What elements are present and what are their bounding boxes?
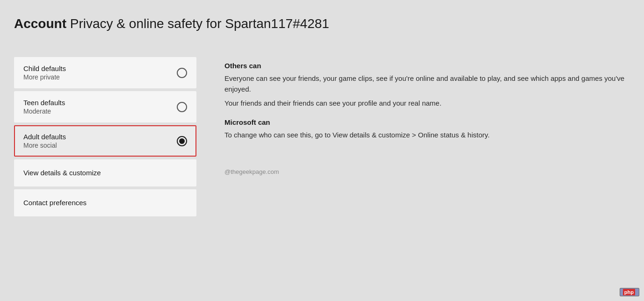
option-adult-subtitle: More social [23,142,66,149]
microsoft-can-heading: Microsoft can [224,118,630,126]
option-child-radio[interactable] [177,68,187,78]
page-title: Account Privacy & online safety for Spar… [14,9,630,38]
php-badge: php [620,288,639,296]
content-area: Child defaults More private Teen default… [14,57,630,216]
view-details-label: View details & customize [23,169,101,177]
option-adult[interactable]: Adult defaults More social [14,125,196,157]
option-teen-text: Teen defaults Moderate [23,99,65,115]
option-child-subtitle: More private [23,73,66,81]
php-label: php [623,289,635,295]
others-can-text1: Everyone can see your friends, your game… [224,73,630,94]
watermark-text: @thegeekpage.com [224,168,630,175]
option-adult-title: Adult defaults [23,133,66,141]
option-adult-text: Adult defaults More social [23,133,66,149]
contact-prefs-item[interactable]: Contact preferences [14,189,196,216]
left-panel: Child defaults More private Teen default… [14,57,196,216]
view-details-item[interactable]: View details & customize [14,159,196,186]
option-teen-radio[interactable] [177,102,187,112]
radio-inner-dot [179,138,185,144]
others-can-text2: Your friends and their friends can see y… [224,98,630,109]
right-panel: Others can Everyone can see your friends… [224,57,630,175]
option-teen-subtitle: Moderate [23,108,65,115]
option-child-title: Child defaults [23,64,66,72]
others-can-heading: Others can [224,62,630,70]
option-child[interactable]: Child defaults More private [14,57,196,88]
option-child-text: Child defaults More private [23,64,66,81]
others-can-section: Others can Everyone can see your friends… [224,62,630,109]
option-teen-title: Teen defaults [23,99,65,107]
contact-prefs-label: Contact preferences [23,199,87,207]
option-teen[interactable]: Teen defaults Moderate [14,91,196,122]
microsoft-can-section: Microsoft can To change who can see this… [224,118,630,141]
microsoft-can-text: To change who can see this, go to View d… [224,130,630,141]
option-adult-radio[interactable] [177,136,187,146]
